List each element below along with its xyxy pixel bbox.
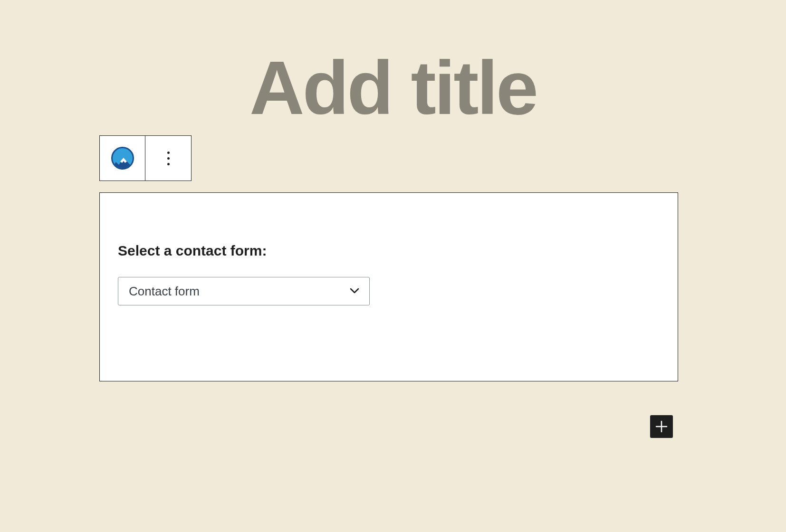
plus-icon (655, 420, 668, 433)
contact-form-block: Select a contact form: Contact form (99, 192, 678, 381)
mountain-logo-icon (111, 147, 134, 170)
add-block-button[interactable] (650, 415, 673, 438)
contact-form-select[interactable]: Contact form (118, 277, 370, 305)
contact-form-select-wrapper: Contact form (118, 277, 370, 305)
select-form-label: Select a contact form: (118, 243, 660, 259)
block-more-options-button[interactable] (145, 136, 191, 180)
page-title-input[interactable]: Add title (0, 50, 786, 126)
block-toolbar (99, 135, 192, 181)
block-type-button[interactable] (100, 136, 145, 180)
more-vertical-icon (167, 152, 170, 165)
